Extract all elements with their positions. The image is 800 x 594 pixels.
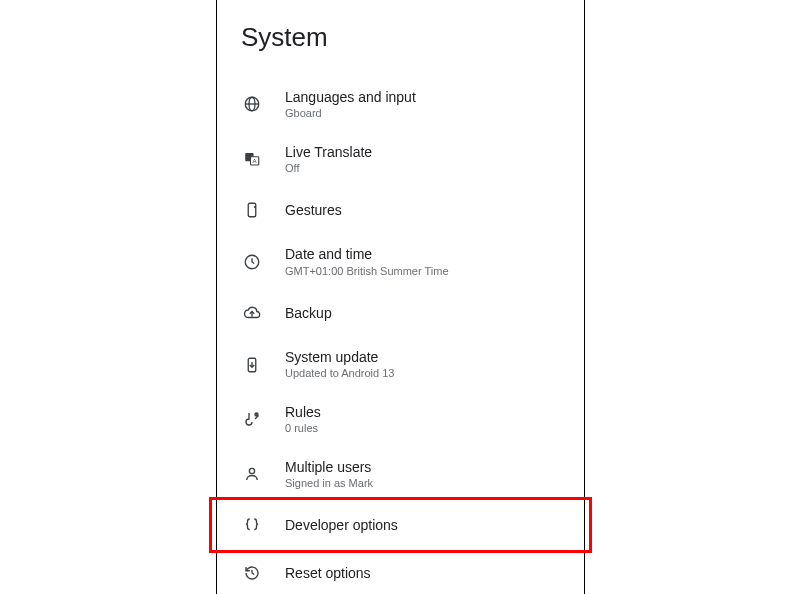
- settings-item-label: Gestures: [285, 202, 342, 218]
- person-icon: [241, 463, 263, 485]
- settings-item-live-translate[interactable]: A Live Translate Off: [217, 132, 584, 187]
- settings-item-label: Reset options: [285, 565, 371, 581]
- system-update-icon: [241, 354, 263, 376]
- page-title: System: [241, 22, 584, 53]
- translate-icon: A: [241, 148, 263, 170]
- settings-item-developer-options[interactable]: Developer options: [217, 501, 584, 549]
- settings-item-date-time[interactable]: Date and time GMT+01:00 British Summer T…: [217, 234, 584, 289]
- globe-icon: [241, 93, 263, 115]
- settings-item-label: Backup: [285, 305, 332, 321]
- svg-rect-6: [248, 204, 256, 218]
- settings-item-label: System update: [285, 349, 394, 365]
- settings-item-sub: GMT+01:00 British Summer Time: [285, 265, 449, 278]
- history-icon: [241, 562, 263, 584]
- svg-text:A: A: [253, 158, 257, 164]
- svg-point-14: [249, 468, 254, 473]
- settings-item-sub: 0 rules: [285, 422, 321, 435]
- clock-icon: [241, 251, 263, 273]
- settings-item-reset-options[interactable]: Reset options: [217, 549, 584, 594]
- settings-item-backup[interactable]: Backup: [217, 289, 584, 337]
- cloud-upload-icon: [241, 302, 263, 324]
- settings-item-sub: Signed in as Mark: [285, 477, 373, 490]
- settings-item-sub: Updated to Android 13: [285, 367, 394, 380]
- settings-item-sub: Off: [285, 162, 372, 175]
- settings-item-rules[interactable]: Rules 0 rules: [217, 392, 584, 447]
- settings-list: Languages and input Gboard A Live Transl…: [217, 77, 584, 594]
- braces-icon: [241, 514, 263, 536]
- settings-item-system-update[interactable]: System update Updated to Android 13: [217, 337, 584, 392]
- settings-item-label: Developer options: [285, 517, 398, 533]
- system-settings-screen: System Languages and input Gboard A: [216, 0, 585, 594]
- gestures-icon: [241, 199, 263, 221]
- settings-item-label: Date and time: [285, 246, 449, 262]
- settings-item-label: Multiple users: [285, 459, 373, 475]
- rules-icon: [241, 408, 263, 430]
- settings-item-multiple-users[interactable]: Multiple users Signed in as Mark: [217, 447, 584, 502]
- svg-point-7: [254, 206, 256, 208]
- settings-item-sub: Gboard: [285, 107, 416, 120]
- settings-item-label: Live Translate: [285, 144, 372, 160]
- settings-item-label: Languages and input: [285, 89, 416, 105]
- settings-item-languages[interactable]: Languages and input Gboard: [217, 77, 584, 132]
- settings-item-gestures[interactable]: Gestures: [217, 186, 584, 234]
- settings-item-label: Rules: [285, 404, 321, 420]
